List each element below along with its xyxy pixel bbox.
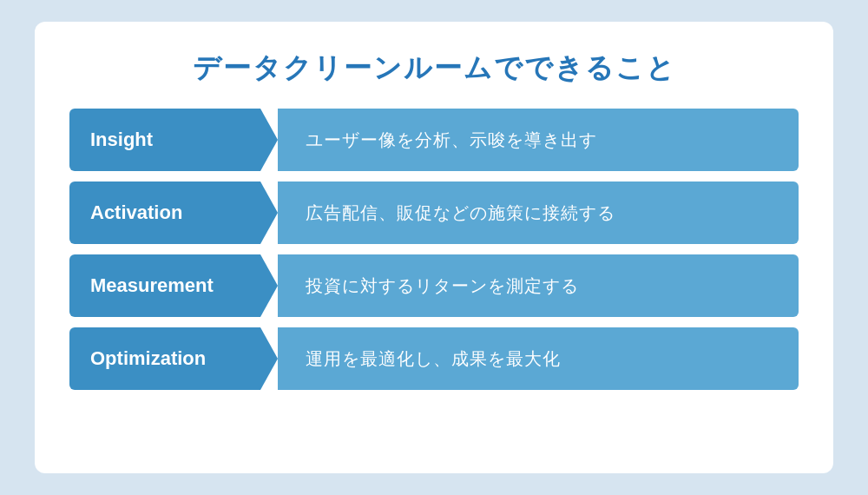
desc-activation: 広告配信、販促などの施策に接続する bbox=[306, 201, 615, 225]
label-insight: Insight bbox=[90, 129, 153, 151]
desc-optimization: 運用を最適化し、成果を最大化 bbox=[306, 347, 561, 371]
desc-section-insight: ユーザー像を分析、示唆を導き出す bbox=[278, 109, 799, 171]
row-insight: Insightユーザー像を分析、示唆を導き出す bbox=[69, 109, 799, 171]
desc-insight: ユーザー像を分析、示唆を導き出す bbox=[306, 129, 597, 152]
desc-section-measurement: 投資に対するリターンを測定する bbox=[278, 254, 799, 317]
row-measurement: Measurement投資に対するリターンを測定する bbox=[69, 254, 799, 317]
label-section-insight: Insight bbox=[69, 109, 278, 171]
rows-container: Insightユーザー像を分析、示唆を導き出すActivation広告配信、販促… bbox=[69, 109, 799, 390]
desc-section-optimization: 運用を最適化し、成果を最大化 bbox=[278, 327, 799, 390]
page-title: データクリーンルームでできること bbox=[69, 50, 799, 88]
label-activation: Activation bbox=[90, 201, 182, 224]
label-section-measurement: Measurement bbox=[69, 254, 278, 317]
main-card: データクリーンルームでできること Insightユーザー像を分析、示唆を導き出す… bbox=[35, 22, 833, 473]
label-section-optimization: Optimization bbox=[69, 327, 278, 390]
label-measurement: Measurement bbox=[90, 274, 214, 297]
desc-measurement: 投資に対するリターンを測定する bbox=[306, 274, 579, 298]
label-optimization: Optimization bbox=[90, 347, 206, 370]
label-section-activation: Activation bbox=[69, 182, 278, 244]
row-activation: Activation広告配信、販促などの施策に接続する bbox=[69, 182, 799, 244]
row-optimization: Optimization運用を最適化し、成果を最大化 bbox=[69, 327, 799, 390]
desc-section-activation: 広告配信、販促などの施策に接続する bbox=[278, 182, 799, 244]
